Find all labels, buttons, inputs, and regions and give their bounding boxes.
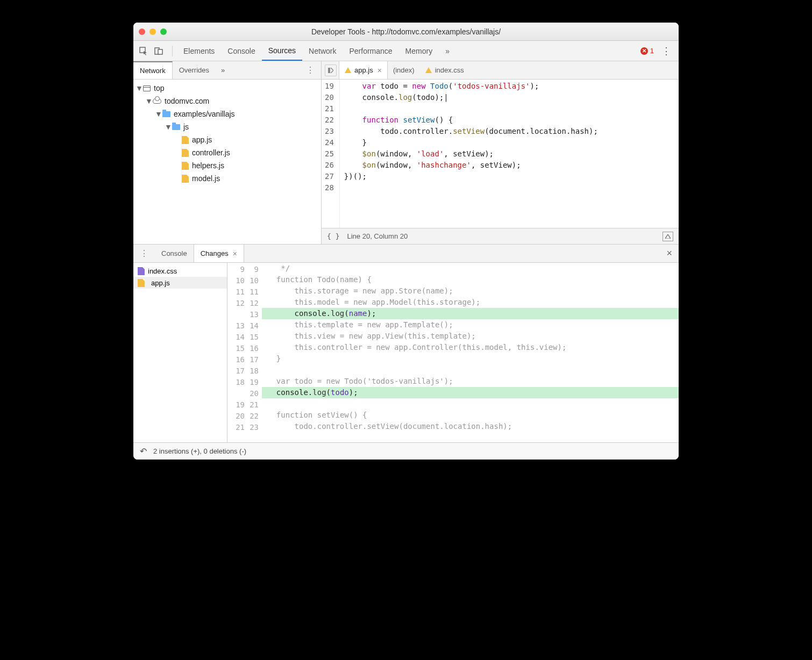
tab-sources[interactable]: Sources: [262, 41, 302, 61]
tab-label: app.js: [354, 66, 373, 74]
navigator-tabs: Network Overrides » ⋮: [133, 61, 321, 80]
changes-summary: 2 insertions (+), 0 deletions (-): [153, 447, 246, 455]
window-title: Developer Tools - http://todomvc.com/exa…: [133, 27, 679, 36]
toolbar-separator: [172, 46, 173, 56]
pretty-print-button[interactable]: { }: [327, 232, 339, 240]
titlebar: Developer Tools - http://todomvc.com/exa…: [133, 23, 679, 41]
file-tree: ▼top ▼todomvc.com ▼examples/vanillajs ▼j…: [133, 80, 321, 244]
tab-label: index.css: [435, 66, 464, 74]
file-name: index.css: [148, 267, 177, 275]
drawer-menu-icon[interactable]: ⋮: [133, 245, 155, 262]
tree-domain[interactable]: ▼todomvc.com: [133, 95, 321, 107]
tab-network[interactable]: Network: [133, 61, 173, 79]
editor-tab[interactable]: index.css: [420, 61, 469, 79]
cloud-icon: [153, 98, 161, 104]
cursor-position: Line 20, Column 20: [347, 232, 408, 240]
tree-label: js: [183, 123, 189, 131]
tab-network[interactable]: Network: [302, 41, 343, 61]
diff-line: function Todo(name) {: [262, 274, 679, 285]
tree-file[interactable]: helpers.js: [133, 159, 321, 172]
main-toolbar: ElementsConsoleSourcesNetworkPerformance…: [133, 41, 679, 61]
tab-memory[interactable]: Memory: [399, 41, 439, 61]
error-indicator[interactable]: ✕ 1: [640, 47, 654, 55]
code-editor[interactable]: 19202122232425262728 var todo = new Todo…: [322, 80, 679, 228]
tree-folder-js[interactable]: ▼js: [133, 120, 321, 133]
diff-code: */ function Todo(name) { this.storage = …: [262, 263, 679, 442]
changed-file[interactable]: index.css: [133, 265, 227, 277]
tree-label: app.js: [192, 135, 212, 144]
tree-label: todomvc.com: [165, 97, 209, 105]
diff-gutter: 9101112 131415161718 192021 910111213141…: [227, 263, 262, 442]
diff-line: this.view = new app.View(this.template);: [262, 331, 679, 342]
warning-icon: [345, 67, 351, 73]
changes-statusbar: ↶ 2 insertions (+), 0 deletions (-): [133, 442, 679, 460]
tree-file[interactable]: controller.js: [133, 146, 321, 159]
diff-line: var todo = new Todo('todos-vanillajs');: [262, 376, 679, 387]
diff-line: todo.controller.setView(document.locatio…: [262, 421, 679, 432]
file-name: app.js: [151, 279, 170, 287]
tree-file[interactable]: model.js: [133, 172, 321, 185]
js-file-icon: [182, 136, 189, 144]
coverage-toggle-button[interactable]: [663, 232, 673, 241]
frame-icon: [143, 85, 151, 91]
js-file-icon: [182, 175, 189, 183]
nav-back-button[interactable]: [325, 64, 337, 76]
tab-label: Changes: [201, 249, 229, 257]
navigator-tab-overflow[interactable]: »: [216, 61, 230, 79]
settings-menu-icon[interactable]: ⋮: [658, 45, 674, 57]
editor-area: app.js×(index)index.css 1920212223242526…: [322, 61, 679, 244]
diff-line: this.controller = new app.Controller(thi…: [262, 342, 679, 353]
svg-rect-3: [328, 68, 330, 73]
tab-performance[interactable]: Performance: [343, 41, 398, 61]
tab-console[interactable]: Console: [155, 245, 194, 262]
js-file-icon: [138, 279, 145, 287]
close-icon[interactable]: ×: [232, 249, 237, 258]
editor-statusbar: { } Line 20, Column 20: [322, 228, 679, 244]
tree-folder[interactable]: ▼examples/vanillajs: [133, 107, 321, 120]
revert-icon[interactable]: ↶: [140, 446, 147, 456]
tab-label: (index): [393, 66, 415, 74]
diff-view[interactable]: 9101112 131415161718 192021 910111213141…: [227, 263, 679, 442]
tab-overrides[interactable]: Overrides: [173, 61, 216, 79]
warning-icon: [425, 67, 432, 73]
folder-icon: [162, 111, 170, 117]
error-icon: ✕: [640, 47, 648, 55]
close-icon[interactable]: ×: [376, 66, 382, 75]
editor-gutter: 19202122232425262728: [322, 80, 340, 228]
js-file-icon: [182, 149, 189, 157]
tab-changes[interactable]: Changes ×: [194, 245, 244, 262]
diff-line: function setView() {: [262, 410, 679, 421]
tree-label: controller.js: [192, 148, 230, 157]
drawer: ⋮ Console Changes × × index.cssapp.js 91…: [133, 245, 679, 460]
svg-rect-2: [158, 49, 162, 54]
sources-panel: Network Overrides » ⋮ ▼top ▼todomvc.com …: [133, 61, 679, 245]
editor-tab[interactable]: app.js×: [339, 61, 388, 79]
css-file-icon: [138, 267, 145, 275]
inspect-element-icon[interactable]: [138, 45, 149, 57]
editor-tabs: app.js×(index)index.css: [322, 61, 679, 80]
tree-top[interactable]: ▼top: [133, 82, 321, 95]
diff-line: this.template = new app.Template();: [262, 319, 679, 331]
tab-console[interactable]: Console: [221, 41, 261, 61]
drawer-tabs: ⋮ Console Changes × ×: [133, 245, 679, 263]
drawer-close-button[interactable]: ×: [660, 245, 679, 262]
changes-body: index.cssapp.js 9101112 131415161718 192…: [133, 263, 679, 442]
diff-line: this.model = new app.Model(this.storage)…: [262, 297, 679, 308]
js-file-icon: [182, 162, 189, 170]
navigator-menu-icon[interactable]: ⋮: [300, 61, 321, 79]
changed-file[interactable]: app.js: [133, 277, 227, 289]
tree-label: examples/vanillajs: [174, 110, 235, 118]
tab-elements[interactable]: Elements: [177, 41, 221, 61]
tree-file[interactable]: app.js: [133, 133, 321, 146]
editor-tab[interactable]: (index): [388, 61, 420, 79]
tab-overflow[interactable]: »: [439, 41, 456, 61]
changed-files-list: index.cssapp.js: [133, 263, 227, 442]
navigator-sidebar: Network Overrides » ⋮ ▼top ▼todomvc.com …: [133, 61, 322, 244]
device-toolbar-icon[interactable]: [153, 45, 165, 57]
tree-label: top: [154, 84, 164, 92]
diff-line: [262, 398, 679, 410]
tree-label: model.js: [192, 174, 220, 183]
devtools-window: Developer Tools - http://todomvc.com/exa…: [133, 23, 679, 460]
editor-code[interactable]: var todo = new Todo('todos-vanillajs'); …: [340, 80, 598, 228]
diff-line: console.log(todo);: [262, 387, 679, 398]
